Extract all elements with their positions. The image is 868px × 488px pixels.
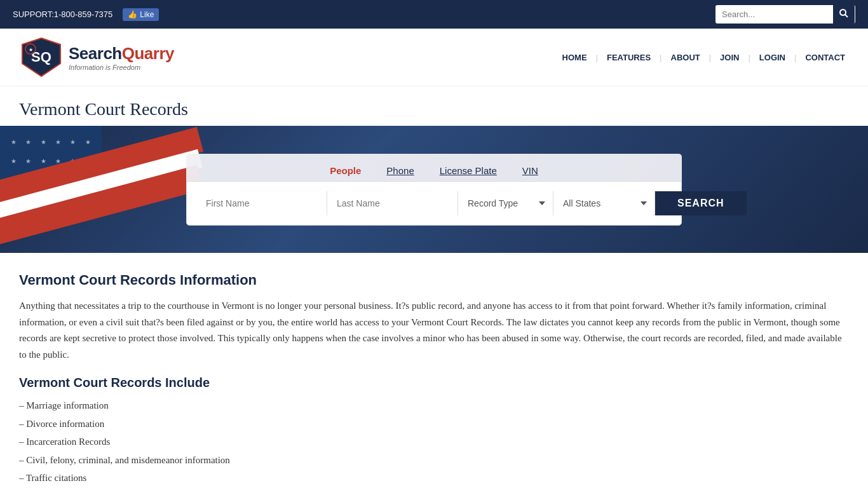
list-item: – Marriage information bbox=[19, 396, 849, 415]
nav-sep-1: | bbox=[596, 53, 598, 62]
include-list: – Marriage information – Divorce informa… bbox=[19, 396, 849, 487]
list-item: – Civil, felony, criminal, and misdemean… bbox=[19, 451, 849, 470]
tab-license-plate[interactable]: License Plate bbox=[427, 160, 510, 181]
nav-join[interactable]: JOIN bbox=[716, 53, 743, 62]
star-icon: ★ bbox=[11, 158, 17, 165]
include-title: Vermont Court Records Include bbox=[19, 376, 849, 390]
star-icon: ★ bbox=[41, 158, 46, 165]
flag-decoration: ★ ★ ★ ★ ★ ★ ★ ★ ★ ★ ★ ★ ★ ★ ★ ★ ★ ★ ★ ★ … bbox=[0, 126, 203, 253]
top-bar-left: SUPPORT:1-800-859-7375 👍 Like bbox=[13, 8, 159, 21]
brand-name: SearchQuarry bbox=[69, 44, 174, 64]
list-item: – Divorce information bbox=[19, 415, 849, 433]
nav-features[interactable]: FEATURES bbox=[603, 53, 654, 62]
header: SQ ★ SearchQuarry Information is Freedom… bbox=[0, 29, 868, 86]
top-search-button[interactable] bbox=[833, 5, 855, 24]
star-icon: ★ bbox=[11, 139, 17, 146]
nav-sep-4: | bbox=[748, 53, 750, 62]
hero-banner: ★ ★ ★ ★ ★ ★ ★ ★ ★ ★ ★ ★ ★ ★ ★ ★ ★ ★ ★ ★ … bbox=[0, 126, 868, 253]
tab-people[interactable]: People bbox=[317, 160, 374, 181]
tab-phone[interactable]: Phone bbox=[374, 160, 426, 181]
logo-shield-icon: SQ ★ bbox=[19, 35, 64, 79]
info-title: Vermont Court Records Information bbox=[19, 272, 849, 288]
nav-sep-5: | bbox=[794, 53, 796, 62]
first-name-input[interactable] bbox=[196, 191, 327, 215]
nav-home[interactable]: HOME bbox=[559, 53, 591, 62]
nav-contact[interactable]: CONTACT bbox=[801, 53, 849, 62]
list-item: – Traffic citations bbox=[19, 469, 849, 487]
svg-line-1 bbox=[845, 15, 848, 17]
nav-sep-3: | bbox=[709, 53, 711, 62]
nav-sep-2: | bbox=[660, 53, 661, 62]
tab-vin[interactable]: VIN bbox=[510, 160, 551, 181]
logo-tagline: Information is Freedom bbox=[69, 64, 174, 71]
top-search-input[interactable] bbox=[715, 6, 833, 22]
search-widget: People Phone License Plate VIN Record Ty… bbox=[186, 154, 682, 226]
main-nav: HOME | FEATURES | ABOUT | JOIN | LOGIN |… bbox=[559, 53, 849, 62]
star-icon: ★ bbox=[25, 139, 31, 146]
nav-about[interactable]: ABOUT bbox=[667, 53, 704, 62]
last-name-input[interactable] bbox=[327, 191, 458, 215]
thumbs-up-icon: 👍 bbox=[128, 10, 137, 19]
star-icon: ★ bbox=[55, 139, 61, 146]
fb-like-button[interactable]: 👍 Like bbox=[123, 8, 159, 21]
svg-text:★: ★ bbox=[29, 47, 33, 53]
svg-point-0 bbox=[840, 10, 846, 15]
star-icon: ★ bbox=[41, 139, 46, 146]
search-button[interactable]: SEARCH bbox=[655, 191, 747, 215]
search-tabs: People Phone License Plate VIN bbox=[186, 154, 682, 181]
nav-login[interactable]: LOGIN bbox=[756, 53, 789, 62]
logo-text: SearchQuarry Information is Freedom bbox=[69, 44, 174, 71]
record-type-select[interactable]: Record Type Criminal Court Arrest bbox=[458, 191, 553, 215]
page-title-area: Vermont Court Records bbox=[0, 86, 868, 126]
page-title: Vermont Court Records bbox=[19, 99, 849, 119]
top-bar: SUPPORT:1-800-859-7375 👍 Like bbox=[0, 0, 868, 29]
logo-icon: SQ ★ bbox=[19, 35, 64, 79]
svg-text:SQ: SQ bbox=[31, 49, 51, 65]
top-search-bar[interactable] bbox=[715, 5, 855, 24]
list-item: – Incarceration Records bbox=[19, 433, 849, 451]
search-icon bbox=[839, 9, 848, 18]
star-icon: ★ bbox=[85, 139, 91, 146]
star-icon: ★ bbox=[70, 139, 76, 146]
star-icon: ★ bbox=[25, 158, 31, 165]
main-content: Vermont Court Records Information Anythi… bbox=[0, 253, 868, 488]
info-body-text: Anything that necessitates a trip to the… bbox=[19, 298, 849, 363]
logo: SQ ★ SearchQuarry Information is Freedom bbox=[19, 35, 174, 79]
search-form: Record Type Criminal Court Arrest All St… bbox=[186, 181, 682, 226]
state-select[interactable]: All States Vermont Alabama Alaska bbox=[553, 191, 655, 215]
support-text: SUPPORT:1-800-859-7375 bbox=[13, 10, 112, 19]
